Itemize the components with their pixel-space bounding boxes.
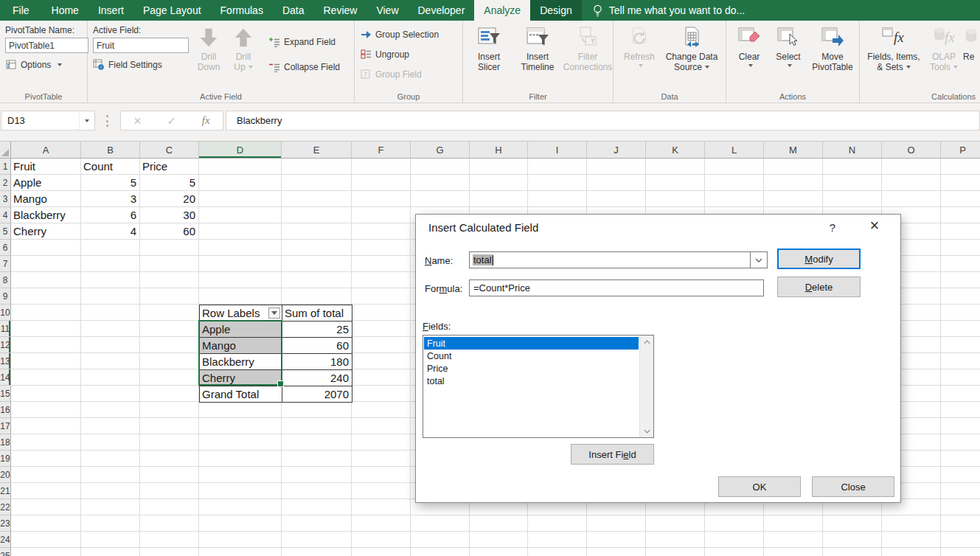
cell-D7[interactable] — [199, 256, 282, 272]
cell-K2[interactable] — [646, 175, 705, 191]
cell-D9[interactable] — [199, 288, 282, 305]
cell-A19[interactable] — [11, 451, 81, 467]
cell-E9[interactable] — [282, 288, 352, 305]
cell-A20[interactable] — [11, 467, 81, 483]
cell-I2[interactable] — [528, 175, 587, 191]
cell-F2[interactable] — [352, 175, 411, 191]
cell-I1[interactable] — [528, 159, 587, 175]
cell-D18[interactable] — [199, 434, 282, 451]
cell-F22[interactable] — [352, 499, 411, 515]
column-header-N[interactable]: N — [823, 142, 882, 159]
row-header-16[interactable]: 16 — [0, 402, 11, 418]
cell-C11[interactable] — [140, 321, 199, 337]
cell-F19[interactable] — [352, 451, 411, 467]
cell-M3[interactable] — [764, 191, 823, 207]
cell-E7[interactable] — [282, 256, 352, 272]
cell-B4[interactable]: 6 — [81, 207, 140, 223]
cell-O25[interactable] — [882, 548, 941, 556]
tab-design[interactable]: Design — [530, 0, 582, 21]
cell-I25[interactable] — [528, 548, 587, 556]
cell-P19[interactable] — [941, 451, 980, 467]
pivot-cell[interactable]: Cherry — [200, 370, 282, 386]
column-header-B[interactable]: B — [81, 142, 140, 159]
row-header-1[interactable]: 1 — [0, 159, 11, 175]
cell-B14[interactable] — [81, 369, 140, 386]
tab-formulas[interactable]: Formulas — [211, 0, 273, 21]
cell-A1[interactable]: Fruit — [11, 159, 81, 175]
formula-field-input[interactable]: =Count*Price — [469, 279, 764, 296]
cell-A6[interactable] — [11, 240, 81, 256]
tab-data[interactable]: Data — [273, 0, 314, 21]
insert-slicer-button[interactable]: Insert Slicer — [466, 21, 512, 102]
field-settings-button[interactable]: i Field Settings — [93, 57, 192, 72]
row-header-25[interactable]: 25 — [0, 548, 11, 556]
cell-P2[interactable] — [941, 175, 980, 191]
cell-D25[interactable] — [199, 548, 282, 556]
cell-D8[interactable] — [199, 272, 282, 288]
cell-J23[interactable] — [587, 515, 646, 532]
pivot-cell[interactable]: Grand Total — [200, 386, 282, 403]
cell-B7[interactable] — [81, 256, 140, 272]
cell-B1[interactable]: Count — [81, 159, 140, 175]
cell-E3[interactable] — [282, 191, 352, 207]
column-header-F[interactable]: F — [352, 142, 411, 159]
modify-button[interactable]: Modify — [777, 249, 861, 269]
cell-P13[interactable] — [941, 353, 980, 369]
pivot-cell[interactable]: Blackberry — [200, 354, 282, 370]
pivot-cell[interactable]: 60 — [282, 338, 352, 354]
cell-P8[interactable] — [941, 272, 980, 288]
cell-B15[interactable] — [81, 386, 140, 402]
cell-F13[interactable] — [352, 353, 411, 369]
cell-G23[interactable] — [411, 515, 470, 532]
row-header-14[interactable]: 14 — [0, 369, 11, 386]
delete-button[interactable]: Delete — [777, 277, 861, 297]
cell-D19[interactable] — [199, 451, 282, 467]
cell-P11[interactable] — [941, 321, 980, 337]
cell-C17[interactable] — [140, 418, 199, 434]
cell-C12[interactable] — [140, 337, 199, 353]
cell-B10[interactable] — [81, 305, 140, 321]
cell-D23[interactable] — [199, 515, 282, 532]
cell-P17[interactable] — [941, 418, 980, 434]
cell-E16[interactable] — [282, 402, 352, 418]
cell-D16[interactable] — [199, 402, 282, 418]
cell-B8[interactable] — [81, 272, 140, 288]
relationships-button[interactable]: Re — [963, 21, 980, 102]
cell-O2[interactable] — [882, 175, 941, 191]
cell-D4[interactable] — [199, 207, 282, 223]
cell-G3[interactable] — [411, 191, 470, 207]
insert-function-icon[interactable]: fx — [202, 114, 210, 127]
tab-page-layout[interactable]: Page Layout — [133, 0, 211, 21]
cell-G1[interactable] — [411, 159, 470, 175]
column-header-A[interactable]: A — [11, 142, 81, 159]
cell-A7[interactable] — [11, 256, 81, 272]
cell-N24[interactable] — [823, 532, 882, 548]
name-box[interactable]: D13 — [1, 111, 95, 131]
cell-C5[interactable]: 60 — [140, 223, 199, 240]
row-header-4[interactable]: 4 — [0, 207, 11, 223]
cell-E8[interactable] — [282, 272, 352, 288]
insert-timeline-button[interactable]: Insert Timeline — [512, 21, 563, 102]
cell-E17[interactable] — [282, 418, 352, 434]
name-box-dropdown[interactable] — [79, 111, 94, 130]
cell-F14[interactable] — [352, 369, 411, 386]
cell-F8[interactable] — [352, 272, 411, 288]
pivot-cell[interactable]: Sum of total — [282, 305, 352, 322]
cell-C6[interactable] — [140, 240, 199, 256]
cell-A11[interactable] — [11, 321, 81, 337]
cell-J3[interactable] — [587, 191, 646, 207]
cell-A18[interactable] — [11, 434, 81, 451]
cell-L24[interactable] — [705, 532, 764, 548]
cell-H23[interactable] — [470, 515, 528, 532]
scroll-down-icon[interactable] — [640, 425, 653, 437]
column-header-M[interactable]: M — [764, 142, 823, 159]
cell-F15[interactable] — [352, 386, 411, 402]
pivot-cell[interactable]: 180 — [282, 354, 352, 370]
cell-I23[interactable] — [528, 515, 587, 532]
cell-L23[interactable] — [705, 515, 764, 532]
row-header-19[interactable]: 19 — [0, 451, 11, 467]
column-header-L[interactable]: L — [705, 142, 764, 159]
cell-N23[interactable] — [823, 515, 882, 532]
row-header-8[interactable]: 8 — [0, 272, 11, 288]
cell-P12[interactable] — [941, 337, 980, 353]
